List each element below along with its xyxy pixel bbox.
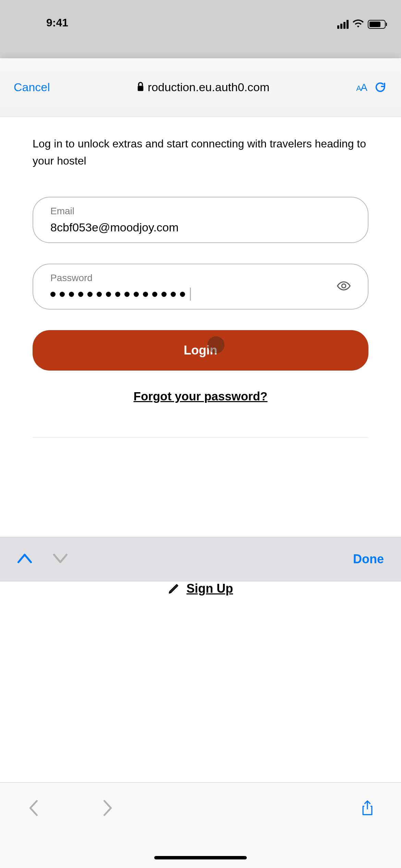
home-indicator[interactable] (154, 856, 247, 859)
status-bar: 9:41 (0, 0, 401, 34)
login-content: Log in to unlock extras and start connec… (0, 117, 401, 438)
share-button[interactable] (361, 800, 374, 818)
forward-button[interactable] (101, 800, 114, 818)
url-bar[interactable]: roduction.eu.auth0.com (57, 81, 349, 94)
svg-rect-0 (138, 86, 144, 91)
status-icons (337, 20, 386, 29)
safari-sheet: Cancel roduction.eu.auth0.com AA Log in … (0, 58, 401, 868)
form-nav-arrows (17, 553, 68, 565)
battery-icon (368, 20, 386, 29)
password-field[interactable]: Password (33, 264, 368, 310)
form-prev-button[interactable] (17, 553, 32, 565)
reload-button[interactable] (374, 81, 387, 94)
svg-point-1 (342, 284, 346, 288)
form-next-button[interactable] (53, 553, 68, 565)
status-time: 9:41 (15, 16, 68, 29)
cancel-button[interactable]: Cancel (14, 81, 50, 94)
show-password-icon[interactable] (337, 281, 351, 292)
cellular-signal-icon (337, 20, 349, 29)
touch-indicator (207, 336, 224, 353)
intro-text: Log in to unlock extras and start connec… (33, 135, 368, 169)
back-button[interactable] (27, 800, 40, 818)
wifi-icon (353, 20, 364, 29)
toolbar-nav (27, 800, 114, 818)
divider (33, 437, 368, 438)
forgot-password-link[interactable]: Forgot your password? (33, 389, 368, 403)
login-button[interactable]: Login (33, 330, 368, 371)
password-value (50, 288, 351, 301)
signup-link-label: Sign Up (186, 581, 233, 596)
url-text: roduction.eu.auth0.com (148, 81, 269, 94)
status-bar-background: 9:41 (0, 0, 401, 58)
browser-header: Cancel roduction.eu.auth0.com AA (0, 58, 401, 117)
reader-mode-button[interactable]: AA (356, 82, 367, 93)
keyboard-done-button[interactable]: Done (353, 552, 384, 566)
password-label: Password (50, 273, 351, 284)
lock-icon (137, 82, 144, 93)
email-field[interactable]: Email 8cbf053e@moodjoy.com (33, 197, 368, 243)
signup-link[interactable]: Sign Up (0, 581, 401, 596)
keyboard-accessory-bar: Done (0, 537, 401, 581)
edit-icon (168, 583, 180, 594)
safari-bottom-toolbar (0, 782, 401, 868)
email-label: Email (50, 206, 351, 217)
email-value: 8cbf053e@moodjoy.com (50, 221, 351, 234)
